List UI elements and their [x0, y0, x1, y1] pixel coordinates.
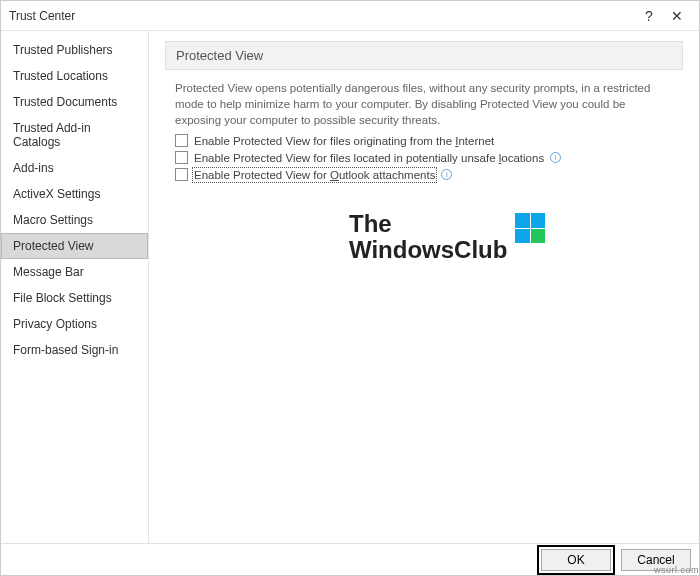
section-header: Protected View: [165, 41, 683, 70]
window-title: Trust Center: [9, 9, 635, 23]
checkbox-label: Enable Protected View for Outlook attach…: [194, 169, 435, 181]
checkbox-option-0[interactable]: Enable Protected View for files originat…: [175, 132, 673, 149]
sidebar: Trusted PublishersTrusted LocationsTrust…: [1, 31, 149, 543]
ok-button[interactable]: OK: [541, 549, 611, 571]
sidebar-item-trusted-add-in-catalogs[interactable]: Trusted Add-in Catalogs: [1, 115, 148, 155]
close-icon[interactable]: ✕: [663, 8, 691, 24]
sidebar-item-activex-settings[interactable]: ActiveX Settings: [1, 181, 148, 207]
checkbox-label: Enable Protected View for files originat…: [194, 135, 494, 147]
checkbox-icon[interactable]: [175, 134, 188, 147]
ok-highlight: OK: [537, 545, 615, 575]
sidebar-item-trusted-documents[interactable]: Trusted Documents: [1, 89, 148, 115]
sidebar-item-add-ins[interactable]: Add-ins: [1, 155, 148, 181]
checkbox-icon[interactable]: [175, 168, 188, 181]
footer: OK Cancel wsurl.com: [1, 543, 699, 575]
checkbox-option-2[interactable]: Enable Protected View for Outlook attach…: [175, 166, 673, 183]
main-panel: Protected View Protected View opens pote…: [149, 31, 699, 543]
info-icon[interactable]: i: [441, 169, 452, 180]
help-icon[interactable]: ?: [635, 8, 663, 24]
sidebar-item-form-based-sign-in[interactable]: Form-based Sign-in: [1, 337, 148, 363]
options-list: Enable Protected View for files originat…: [175, 132, 673, 183]
checkbox-icon[interactable]: [175, 151, 188, 164]
watermark-logo: TheWindowsClub: [349, 211, 545, 264]
sidebar-item-macro-settings[interactable]: Macro Settings: [1, 207, 148, 233]
checkbox-option-1[interactable]: Enable Protected View for files located …: [175, 149, 673, 166]
sidebar-item-file-block-settings[interactable]: File Block Settings: [1, 285, 148, 311]
sidebar-item-protected-view[interactable]: Protected View: [1, 233, 148, 259]
corner-watermark: wsurl.com: [654, 565, 699, 575]
content-area: Trusted PublishersTrusted LocationsTrust…: [1, 31, 699, 543]
watermark-text: TheWindowsClub: [349, 211, 507, 264]
sidebar-item-trusted-publishers[interactable]: Trusted Publishers: [1, 37, 148, 63]
sidebar-item-message-bar[interactable]: Message Bar: [1, 259, 148, 285]
sidebar-item-privacy-options[interactable]: Privacy Options: [1, 311, 148, 337]
windows-logo-icon: [515, 213, 545, 243]
sidebar-item-trusted-locations[interactable]: Trusted Locations: [1, 63, 148, 89]
info-icon[interactable]: i: [550, 152, 561, 163]
section-description: Protected View opens potentially dangero…: [175, 80, 673, 128]
checkbox-label: Enable Protected View for files located …: [194, 152, 544, 164]
titlebar: Trust Center ? ✕: [1, 1, 699, 31]
